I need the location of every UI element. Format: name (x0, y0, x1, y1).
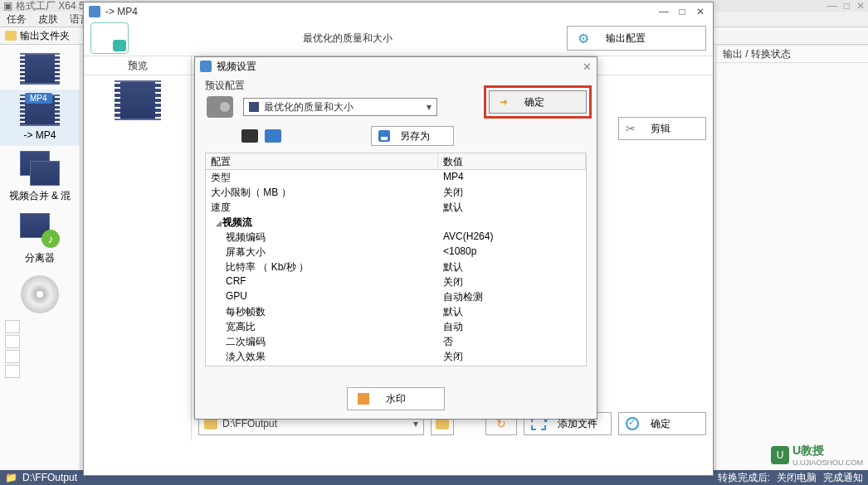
status-notify[interactable]: 完成通知 (823, 471, 863, 485)
app-icon: ▣ (3, 0, 12, 12)
saveas-label: 另存为 (400, 129, 430, 143)
camera-icon (207, 96, 233, 118)
confirm-label: 确定 (651, 417, 671, 431)
mp4-maximize-icon[interactable]: □ (675, 5, 690, 18)
row-val: AVC(H264) (438, 230, 586, 245)
preset-select[interactable]: 最优化的质量和大小 ▾ (243, 98, 437, 116)
status-path: D:\FFOutput (22, 472, 77, 483)
folder-icon (204, 418, 217, 429)
mp4-logo-icon (90, 22, 129, 54)
row-val: 关闭 (438, 349, 586, 364)
edit-button[interactable]: ✂ 剪辑 (618, 117, 706, 140)
video-settings-dialog: 视频设置 ✕ 预设配置 最优化的质量和大小 ▾ ➜ 确定 另存为 配置 数值 类… (194, 56, 597, 420)
brand-watermark: U U教授 U.UJIAOSHOU.COM (771, 444, 863, 467)
mini-button-1[interactable] (241, 129, 258, 143)
arrow-right-icon: ➜ (500, 96, 508, 108)
chevron-down-icon: ▾ (413, 418, 418, 429)
row-key: 屏幕大小 (226, 246, 266, 258)
dialog-confirm-button[interactable]: ➜ 确定 (489, 90, 587, 114)
dialog-close-icon[interactable]: ✕ (583, 61, 592, 73)
row-key: 视频流 (222, 216, 252, 228)
preview-tab[interactable]: 预览 (84, 56, 192, 75)
row-key: CRF (226, 275, 246, 287)
table-row[interactable]: 屏幕大小<1080p (206, 245, 586, 259)
table-row[interactable]: 淡入效果关闭 (206, 349, 586, 364)
row-val: MP4 (438, 170, 586, 185)
status-conv-label: 转换完成后: (718, 471, 770, 485)
watermark-icon (358, 393, 369, 405)
row-key: 速度 (211, 201, 231, 213)
saveas-button[interactable]: 另存为 (371, 126, 454, 146)
status-shutdown[interactable]: 关闭电脑 (777, 471, 817, 485)
table-row[interactable]: 宽高比自动 (206, 319, 586, 334)
mp4-close-icon[interactable]: ✕ (693, 5, 708, 18)
confirm-button[interactable]: 确定 (618, 412, 706, 435)
sidebar-film-icon[interactable] (0, 48, 80, 90)
sidebar-mini-icons (0, 318, 80, 380)
mini-icon-2[interactable] (5, 335, 20, 348)
table-row[interactable]: 大小限制（ MB ）关闭 (206, 185, 586, 200)
row-val: 自动 (438, 319, 586, 334)
sidebar-item-splitter[interactable]: ♪ 分离器 (0, 208, 80, 270)
table-row[interactable]: 速度默认 (206, 200, 586, 215)
output-status-panel: 输出 / 转换状态 (715, 46, 868, 470)
sidebar-item-label: 视频合并 & 混 (9, 189, 71, 203)
watermark-button[interactable]: 水印 (347, 387, 445, 410)
mp4-titlebar[interactable]: -> MP4 — □ ✕ (84, 2, 713, 21)
brand-name: U教授 (792, 444, 863, 458)
dialog-titlebar[interactable]: 视频设置 ✕ (195, 57, 597, 75)
menu-task[interactable]: 任务 (7, 12, 27, 27)
mini-icon-1[interactable] (5, 320, 20, 333)
dialog-confirm-label: 确定 (524, 95, 544, 109)
table-row[interactable]: CRF关闭 (206, 274, 586, 289)
mini-icon-3[interactable] (5, 350, 20, 363)
outer-close-icon[interactable]: ✕ (856, 0, 865, 12)
row-val (438, 215, 586, 230)
row-val: 否 (438, 334, 586, 349)
brand-sub: U.UJIAOSHOU.COM (792, 458, 863, 467)
row-key: 比特率 （ Kb/秒 ） (226, 261, 309, 273)
mp4-minimize-icon[interactable]: — (656, 5, 671, 18)
folder-icon (436, 418, 449, 429)
ok-icon (626, 417, 639, 430)
row-key: 视频编码 (226, 231, 266, 243)
mp4-title: -> MP4 (105, 6, 138, 17)
table-row[interactable]: 每秒帧数默认 (206, 304, 586, 319)
output-status-header: 输出 / 转换状态 (716, 46, 868, 63)
menu-skin[interactable]: 皮肤 (38, 12, 58, 27)
row-key: 类型 (211, 172, 231, 183)
row-key: 二次编码 (226, 336, 266, 347)
table-row[interactable]: 淡出效果关闭 (206, 364, 586, 366)
output-config-button[interactable]: ⚙ 输出配置 (567, 26, 706, 51)
row-val: 关闭 (438, 364, 586, 366)
watermark-label: 水印 (386, 392, 406, 406)
quality-label: 最优化的质量和大小 (135, 32, 560, 46)
sidebar-item-merge[interactable]: 视频合并 & 混 (0, 146, 80, 208)
table-row[interactable]: 比特率 （ Kb/秒 ）默认 (206, 259, 586, 274)
table-row[interactable]: 类型MP4 (206, 170, 586, 185)
row-key: 淡出效果 (226, 366, 266, 366)
mp4-app-icon (89, 6, 100, 17)
table-row[interactable]: 二次编码否 (206, 334, 586, 349)
mini-button-2[interactable] (265, 129, 281, 143)
output-folder-label[interactable]: 输出文件夹 (20, 29, 70, 43)
sidebar-item-mp4[interactable]: MP4 -> MP4 (0, 90, 80, 146)
preview-thumb-icon[interactable] (115, 80, 161, 120)
output-path-text: D:\FFOutput (222, 418, 277, 429)
row-val: 关闭 (438, 185, 586, 200)
dialog-app-icon (200, 61, 212, 72)
outer-minimize-icon[interactable]: — (827, 0, 837, 12)
row-val: 默认 (438, 259, 586, 274)
row-key: GPU (226, 290, 247, 302)
config-table[interactable]: 配置 数值 类型MP4大小限制（ MB ）关闭速度默认◢视频流视频编码AVC(H… (205, 153, 587, 366)
table-row[interactable]: 视频编码AVC(H264) (206, 230, 586, 245)
outer-maximize-icon[interactable]: □ (844, 0, 850, 12)
mini-icon-4[interactable] (5, 365, 20, 378)
table-row[interactable]: GPU自动检测 (206, 289, 586, 304)
table-row[interactable]: ◢视频流 (206, 215, 586, 230)
header-val: 数值 (438, 153, 586, 169)
sidebar-item-disc[interactable] (0, 270, 80, 318)
preview-pane (84, 75, 192, 440)
chevron-down-icon: ▾ (427, 101, 432, 113)
folder-icon (5, 31, 17, 41)
